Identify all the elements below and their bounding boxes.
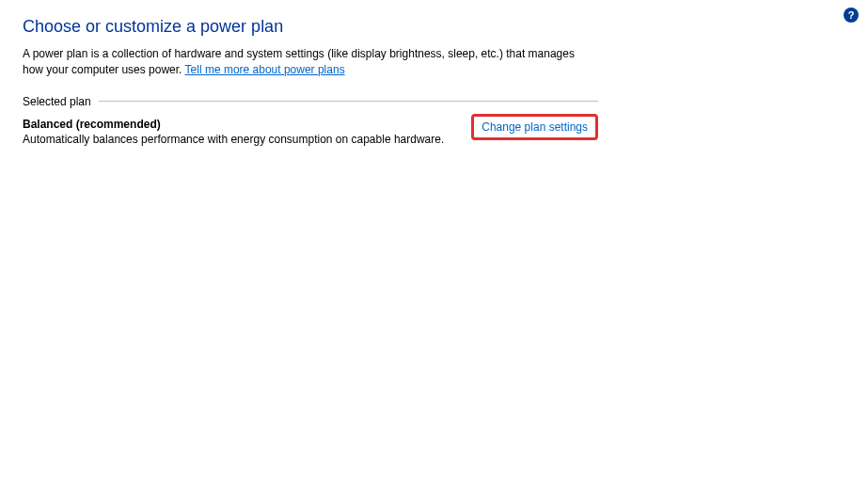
plan-description: Automatically balances performance with … xyxy=(23,133,464,146)
help-icon[interactable]: ? xyxy=(844,8,859,23)
section-header: Selected plan xyxy=(23,95,598,108)
learn-more-link[interactable]: Tell me more about power plans xyxy=(185,63,345,76)
plan-row: Balanced (recommended) Automatically bal… xyxy=(23,118,598,146)
section-label: Selected plan xyxy=(23,95,99,108)
help-icon-symbol: ? xyxy=(848,9,855,21)
highlight-box: Change plan settings xyxy=(471,114,598,140)
page-title: Choose or customize a power plan xyxy=(23,17,598,37)
plan-info: Balanced (recommended) Automatically bal… xyxy=(23,118,464,146)
plan-name: Balanced (recommended) xyxy=(23,118,464,131)
power-options-panel: Choose or customize a power plan A power… xyxy=(0,0,621,163)
change-plan-settings-link[interactable]: Change plan settings xyxy=(481,120,588,134)
section-divider xyxy=(99,101,598,102)
page-description: A power plan is a collection of hardware… xyxy=(23,46,598,78)
